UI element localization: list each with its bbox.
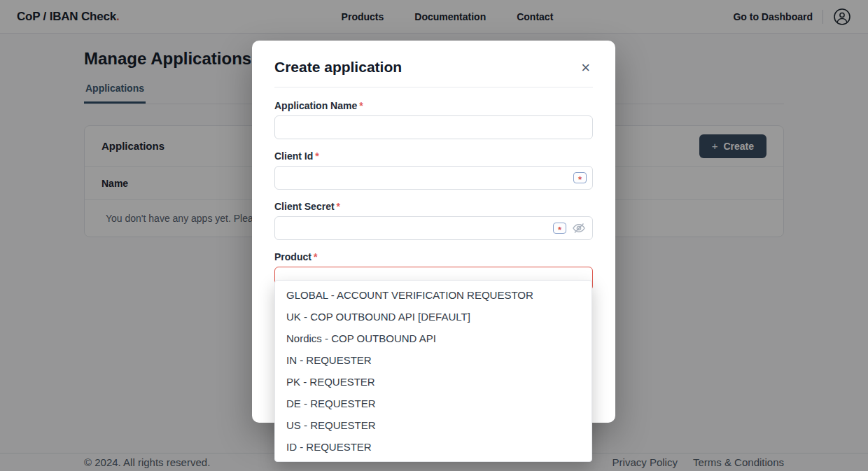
client-id-label: Client Id* (274, 150, 593, 162)
product-option[interactable]: Nordics - COP OUTBOUND API (275, 328, 592, 349)
client-id-input[interactable] (274, 166, 593, 190)
client-secret-label: Client Secret* (274, 201, 593, 212)
product-option[interactable]: US - REQUESTER (275, 414, 592, 436)
required-marker: * (315, 150, 318, 162)
product-label: Product* (274, 251, 593, 262)
product-option[interactable]: PK - REQUESTER (275, 371, 592, 393)
product-option[interactable]: IN - REQUESTER (275, 349, 592, 371)
autofill-glyph: * (578, 174, 582, 185)
required-marker: * (337, 201, 340, 212)
close-icon[interactable]: × (581, 60, 590, 76)
field-client-secret: Client Secret* * (274, 201, 593, 240)
modal-header: Create application × (252, 41, 615, 87)
product-option[interactable]: DE - REQUESTER (275, 393, 592, 414)
application-name-label-text: Application Name (274, 100, 357, 111)
field-application-name: Application Name* (274, 100, 593, 139)
product-option[interactable]: ID - REQUESTER (275, 436, 592, 458)
autofill-glyph: * (558, 225, 561, 235)
product-options-dropdown: GLOBAL - ACCOUNT VERIFICATION REQUESTOR … (274, 280, 592, 462)
client-secret-input[interactable] (274, 216, 593, 240)
password-autofill-icon[interactable]: * (553, 223, 566, 234)
toggle-visibility-button[interactable] (572, 222, 586, 234)
application-name-input[interactable] (274, 115, 593, 139)
eye-off-icon (572, 222, 586, 234)
modal-title: Create application (274, 59, 593, 76)
product-option[interactable]: UK - COP OUTBOUND API [DEFAULT] (275, 306, 592, 328)
client-secret-label-text: Client Secret (274, 201, 335, 212)
modal-body: Application Name* Client Id* * Client Se… (252, 87, 615, 290)
product-option[interactable]: GLOBAL - ACCOUNT VERIFICATION REQUESTOR (275, 284, 592, 306)
client-id-label-text: Client Id (274, 150, 313, 162)
required-marker: * (314, 251, 317, 262)
application-name-label: Application Name* (274, 100, 593, 111)
field-client-id: Client Id* * (274, 150, 593, 190)
password-autofill-icon[interactable]: * (573, 172, 587, 183)
required-marker: * (359, 100, 363, 111)
product-label-text: Product (274, 251, 312, 262)
